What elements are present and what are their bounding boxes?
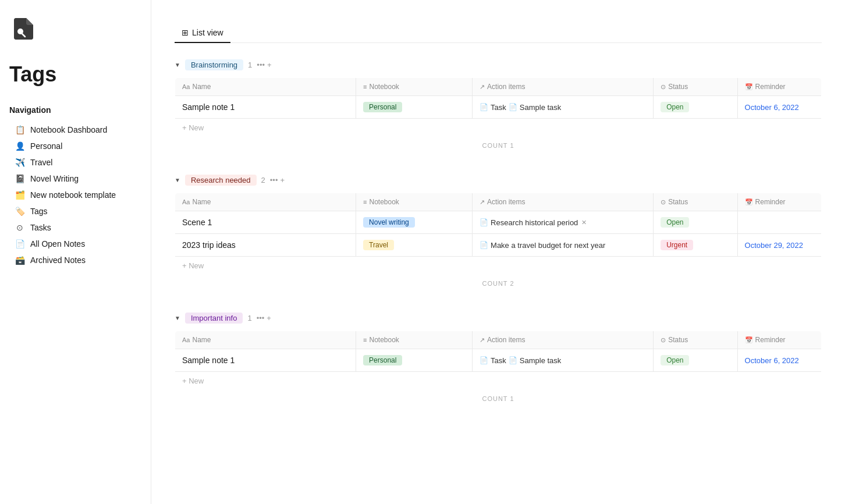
action-item[interactable]: 📄Make a travel budget for next year [480,241,605,250]
action-item-icon: 📄 [480,356,488,364]
new-row-important-info[interactable]: + New [175,372,822,391]
status-badge[interactable]: Open [661,217,689,228]
cell-notebook-research-needed-1[interactable]: Travel [356,234,473,257]
cell-status-brainstorming-0[interactable]: Open [654,96,737,119]
sidebar-item-tags[interactable]: 🏷️Tags [9,203,141,219]
table-row: Sample note 1Personal📄Task📄Sample taskOp… [175,349,822,372]
status-badge[interactable]: Open [661,102,689,112]
sidebar-item-all-open-notes[interactable]: 📄All Open Notes [9,236,141,252]
group-tag-research-needed[interactable]: Research needed [185,175,257,186]
cell-status-important-info-0[interactable]: Open [654,349,737,372]
group-toggle-important-info[interactable]: ▼ [175,315,180,321]
notebook-badge[interactable]: Travel [363,240,394,250]
table-research-needed: AaName ≡Notebook ↗Action items ⊙Status 📅… [175,193,822,275]
th-notebook-brainstorming: ≡Notebook [356,78,473,96]
new-row-label[interactable]: + New [175,257,822,275]
sidebar-item-archived-notes[interactable]: 🗃️Archived Notes [9,252,141,268]
group-actions-brainstorming[interactable]: ••• + [257,61,271,69]
nav-label-personal: Personal [30,141,62,151]
sidebar: Tags Navigation 📋Notebook Dashboard👤Pers… [0,0,151,504]
cell-name-important-info-0[interactable]: Sample note 1 [175,349,356,372]
group-research-needed: ▼ Research needed 2 ••• + AaName ≡Notebo… [175,172,822,292]
group-count-research-needed: 2 [261,176,265,184]
action-item-label: Make a travel budget for next year [491,241,605,250]
nav-icon-all-open-notes: 📄 [14,239,26,249]
group-add-brainstorming[interactable]: + [267,61,272,69]
group-header-brainstorming: ▼ Brainstorming 1 ••• + [175,57,822,73]
notebook-badge[interactable]: Personal [363,102,402,112]
action-item[interactable]: 📄Task [480,356,506,365]
action-item-label: Sample task [520,103,562,112]
reminder-date: October 6, 2022 [745,356,799,365]
sidebar-item-tasks[interactable]: ⊙Tasks [9,219,141,236]
status-badge[interactable]: Urgent [661,240,693,250]
cell-status-research-needed-0[interactable]: Open [654,211,737,234]
group-header-important-info: ▼ Important info 1 ••• + [175,310,822,326]
new-row-research-needed[interactable]: + New [175,257,822,275]
action-item[interactable]: 📄Sample task [509,356,562,365]
nav-label-all-open-notes: All Open Notes [30,239,85,249]
group-brainstorming: ▼ Brainstorming 1 ••• + AaName ≡Notebook… [175,57,822,154]
page-title: Tags [9,62,141,87]
group-tag-important-info[interactable]: Important info [185,313,243,324]
notebook-badge[interactable]: Personal [363,355,402,365]
table-row: 2023 trip ideasTravel📄Make a travel budg… [175,234,822,257]
action-item[interactable]: 📄Task [480,103,506,112]
nav-label-tags: Tags [30,207,48,216]
navigation-list: 📋Notebook Dashboard👤Personal✈️Travel📓Nov… [9,122,141,268]
cell-name-research-needed-0[interactable]: Scene 1 [175,211,356,234]
cell-reminder-important-info-0: October 6, 2022 [737,349,821,372]
action-item[interactable]: 📄Research historical period✕ [480,218,587,227]
th-name-research-needed: AaName [175,193,356,211]
table-brainstorming: AaName ≡Notebook ↗Action items ⊙Status 📅… [175,77,822,137]
table-important-info: AaName ≡Notebook ↗Action items ⊙Status 📅… [175,331,822,391]
group-more-important-info[interactable]: ••• [257,314,265,322]
group-actions-important-info[interactable]: ••• + [257,314,271,322]
sidebar-item-personal[interactable]: 👤Personal [9,138,141,154]
cell-reminder-research-needed-1: October 29, 2022 [737,234,821,257]
nav-icon-notebook-dashboard: 📋 [14,125,26,134]
nav-icon-archived-notes: 🗃️ [14,255,26,265]
group-add-research-needed[interactable]: + [280,176,285,184]
group-more-research-needed[interactable]: ••• [270,176,278,184]
cell-notebook-research-needed-0[interactable]: Novel writing [356,211,473,234]
group-actions-research-needed[interactable]: ••• + [270,176,285,184]
action-item[interactable]: 📄Sample task [509,103,562,112]
nav-icon-tags: 🏷️ [14,207,26,216]
nav-label-tasks: Tasks [30,223,51,232]
reminder-date: October 29, 2022 [745,241,803,250]
nav-label-novel-writing: Novel Writing [30,174,79,183]
group-toggle-research-needed[interactable]: ▼ [175,177,180,183]
cell-notebook-important-info-0[interactable]: Personal [356,349,473,372]
sidebar-item-new-notebook-template[interactable]: 🗂️New notebook template [9,187,141,203]
th-notebook-important-info: ≡Notebook [356,331,473,349]
sidebar-item-travel[interactable]: ✈️Travel [9,154,141,171]
cell-name-research-needed-1[interactable]: 2023 trip ideas [175,234,356,257]
th-actions-brainstorming: ↗Action items [473,78,654,96]
tab-list-view[interactable]: ⊞ List view [175,23,230,43]
cell-status-research-needed-1[interactable]: Urgent [654,234,737,257]
group-count-row-important-info: COUNT 1 [175,391,822,407]
cell-name-brainstorming-0[interactable]: Sample note 1 [175,96,356,119]
cell-notebook-brainstorming-0[interactable]: Personal [356,96,473,119]
nav-icon-travel: ✈️ [14,158,26,167]
action-item-icon: 📄 [509,356,517,364]
th-status-brainstorming: ⊙Status [654,78,737,96]
sidebar-item-notebook-dashboard[interactable]: 📋Notebook Dashboard [9,122,141,138]
group-more-brainstorming[interactable]: ••• [257,61,265,69]
sidebar-item-novel-writing[interactable]: 📓Novel Writing [9,171,141,187]
notebook-badge[interactable]: Novel writing [363,217,415,228]
group-add-important-info[interactable]: + [267,314,271,322]
th-status-important-info: ⊙Status [654,331,737,349]
status-badge[interactable]: Open [661,355,689,365]
group-tag-brainstorming[interactable]: Brainstorming [185,59,243,70]
th-actions-research-needed: ↗Action items [473,193,654,211]
group-toggle-brainstorming[interactable]: ▼ [175,62,180,68]
new-row-label[interactable]: + New [175,119,822,137]
new-row-brainstorming[interactable]: + New [175,119,822,137]
action-item-icon: 📄 [509,103,517,111]
action-item-remove[interactable]: ✕ [581,219,587,226]
nav-label-archived-notes: Archived Notes [30,255,86,265]
group-important-info: ▼ Important info 1 ••• + AaName ≡Noteboo… [175,310,822,407]
new-row-label[interactable]: + New [175,372,822,391]
